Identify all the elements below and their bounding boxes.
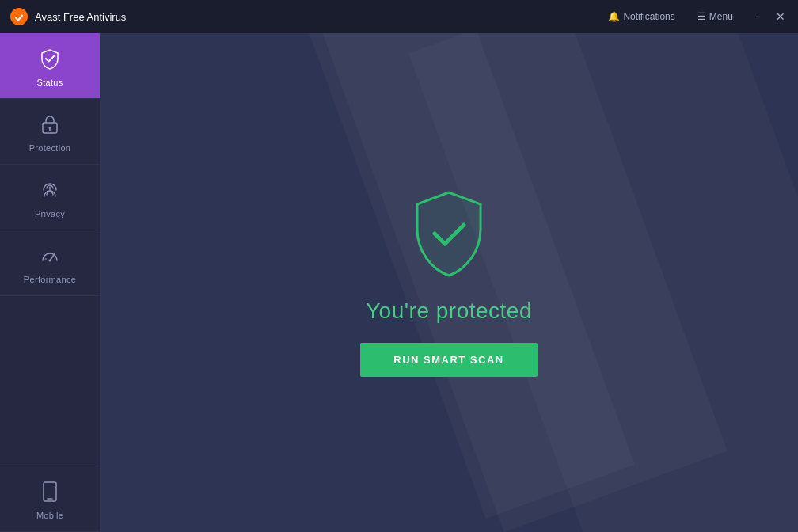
bell-icon: 🔔	[608, 11, 620, 22]
performance-label: Performance	[24, 275, 76, 284]
sidebar-item-status[interactable]: Status	[0, 33, 100, 99]
mobile-icon	[41, 481, 59, 506]
window-controls: − ✕	[750, 9, 788, 25]
titlebar: Avast Free Antivirus 🔔 Notifications ☰ M…	[0, 0, 798, 33]
status-container: You're protected RUN SMART SCAN	[360, 188, 537, 377]
shield-icon	[409, 188, 488, 279]
privacy-label: Privacy	[35, 209, 65, 218]
menu-button[interactable]: ☰ Menu	[693, 8, 738, 25]
lock-icon	[40, 113, 60, 139]
minimize-button[interactable]: −	[750, 9, 763, 25]
svg-line-7	[55, 254, 55, 256]
protection-label: Protection	[29, 143, 71, 153]
menu-label: Menu	[709, 11, 733, 22]
sidebar-item-protection[interactable]: Protection	[0, 99, 100, 165]
sidebar-spacer	[0, 296, 100, 466]
sidebar-item-performance[interactable]: Performance	[0, 230, 100, 296]
avast-logo-icon	[10, 7, 28, 26]
svg-point-0	[10, 8, 28, 25]
mobile-label: Mobile	[36, 511, 63, 520]
titlebar-right: 🔔 Notifications ☰ Menu − ✕	[603, 8, 788, 25]
notifications-label: Notifications	[623, 11, 674, 22]
hamburger-icon: ☰	[697, 11, 706, 22]
notifications-button[interactable]: 🔔 Notifications	[603, 8, 679, 25]
close-button[interactable]: ✕	[773, 9, 788, 25]
shield-check-icon	[39, 48, 61, 73]
app-body: Status Protection	[0, 33, 798, 532]
svg-point-5	[49, 260, 51, 262]
run-smart-scan-button[interactable]: RUN SMART SCAN	[360, 343, 537, 377]
titlebar-left: Avast Free Antivirus	[10, 7, 126, 26]
protection-status-text: You're protected	[366, 298, 532, 324]
status-label: Status	[37, 78, 63, 87]
sidebar-item-mobile[interactable]: Mobile	[0, 466, 100, 532]
sidebar: Status Protection	[0, 33, 100, 532]
main-content: You're protected RUN SMART SCAN	[100, 33, 798, 532]
fingerprint-icon	[39, 179, 61, 204]
svg-point-2	[49, 127, 51, 129]
sidebar-item-privacy[interactable]: Privacy	[0, 165, 100, 230]
app-title: Avast Free Antivirus	[35, 11, 126, 23]
speedometer-icon	[39, 245, 61, 270]
